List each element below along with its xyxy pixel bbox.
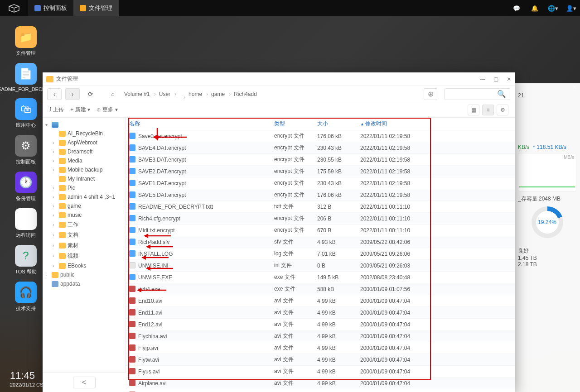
col-mtime[interactable]: 修改时间 (357, 118, 515, 130)
chevron-icon[interactable]: › (53, 167, 57, 172)
view-grid-button[interactable]: ▦ (468, 105, 479, 115)
table-row[interactable]: Flychina.aviavi 文件4.99 kB2000/01/09 00:4… (126, 330, 515, 342)
table-row[interactable]: README_FOR_DECRYPT.txtttxtt 文件312 B2022/… (126, 201, 515, 213)
chevron-icon[interactable]: › (53, 263, 57, 268)
tree-node[interactable]: ›文档 (43, 230, 125, 240)
table-row[interactable]: Rich4.cfg.encryptencrypt 文件206 B2022/01/… (126, 213, 515, 225)
tree-node[interactable]: ›admin 4 shift 4 ,3~1 (43, 192, 125, 201)
maximize-icon[interactable]: ▢ (493, 76, 498, 82)
close-icon[interactable]: ✕ (507, 76, 511, 82)
crumb[interactable]: User (155, 89, 175, 99)
globe-icon[interactable]: 🌐▾ (544, 0, 562, 16)
tree-node[interactable]: appdata (43, 279, 125, 288)
table-row[interactable]: rich4.exeexe 文件588 kB2000/01/09 01:07:56 (126, 283, 515, 295)
tab-control-panel[interactable]: 控制面板 (28, 0, 73, 16)
chevron-icon[interactable]: › (53, 186, 57, 191)
crumb[interactable] (175, 92, 184, 96)
more-button[interactable]: ⊙ 更多 ▾ (97, 106, 118, 114)
tree-node[interactable]: ›Dreamsoft (43, 147, 125, 156)
chevron-icon[interactable]: › (53, 149, 57, 154)
chevron-icon[interactable]: › (53, 158, 57, 163)
chevron-icon[interactable]: › (53, 140, 57, 145)
col-size[interactable]: 大小 (314, 118, 357, 130)
table-row[interactable]: End10.aviavi 文件4.99 kB2000/01/09 00:47:0… (126, 295, 515, 307)
search-input[interactable]: 🔍 (445, 88, 510, 100)
chevron-icon[interactable]: ▾ (45, 122, 50, 127)
tab-file-manager[interactable]: 文件管理 (73, 0, 119, 16)
dock-item[interactable]: 🕐备份管理 (10, 172, 42, 202)
chevron-icon[interactable]: › (53, 233, 57, 238)
dock-item[interactable]: ⚙控制面板 (10, 135, 42, 165)
tree-node[interactable]: My Intranet (43, 174, 125, 183)
table-row[interactable]: End.aviavi 文件4.99 kB2000/01/09 00:47:04 (126, 389, 515, 392)
back-button[interactable]: ‹ (47, 88, 62, 100)
chevron-icon[interactable]: › (53, 204, 57, 209)
table-row[interactable]: UNWISE.INIini 文件0 B2009/05/21 09:26:03 (126, 260, 515, 272)
folder-icon (59, 253, 66, 259)
table-row[interactable]: End12.aviavi 文件4.99 kB2000/01/09 00:47:0… (126, 319, 515, 330)
chat-icon[interactable]: 💬 (508, 0, 526, 16)
tree-node[interactable]: ›public (43, 270, 125, 279)
forward-button[interactable]: › (65, 88, 80, 100)
tree-node[interactable]: ›视频 (43, 251, 125, 261)
crumb[interactable]: Rich4add (229, 89, 261, 99)
table-row[interactable]: SAVE5.DAT.encryptencrypt 文件176.06 kB2022… (126, 189, 515, 201)
chevron-icon[interactable]: › (53, 253, 57, 258)
tree-node[interactable]: ›工作 (43, 220, 125, 230)
dock-item[interactable]: ?TOS 帮助 (10, 245, 42, 275)
tree-node[interactable]: ›素材 (43, 240, 125, 251)
table-row[interactable]: Flyus.aviavi 文件4.99 kB2000/01/09 00:47:0… (126, 366, 515, 378)
bell-icon[interactable]: 🔔 (526, 0, 544, 16)
table-row[interactable]: UNWISE.EXEexe 文件149.5 kB2002/08/08 23:40… (126, 272, 515, 283)
settings-button[interactable]: ⚙ (497, 105, 508, 115)
chevron-icon[interactable]: › (53, 243, 57, 248)
tree-node[interactable]: ›EBooks (43, 261, 125, 270)
user-icon[interactable]: 👤▾ (562, 0, 580, 16)
col-type[interactable]: 类型 (271, 118, 314, 130)
crumb[interactable]: home (184, 89, 207, 99)
col-name[interactable]: 名称 (126, 118, 271, 130)
dock-item[interactable]: 🛍应用中心 (10, 98, 42, 129)
dock-item[interactable]: 📄README_FOR_DECRYPT.t (10, 63, 42, 92)
tree-node[interactable]: AI_RecycleBin (43, 129, 125, 138)
tree-node[interactable]: ›Pic (43, 183, 125, 192)
crumb[interactable]: Volume #1 (120, 89, 155, 99)
os-logo-icon[interactable] (0, 0, 28, 16)
table-row[interactable]: Airplane.aviavi 文件4.99 kB2000/01/09 00:4… (126, 378, 515, 389)
dock-item[interactable]: ☁远程访问 (10, 208, 42, 239)
table-row[interactable]: INSTALL.LOGlog 文件7.01 kB2009/05/21 09:26… (126, 248, 515, 260)
chevron-icon[interactable]: › (53, 213, 57, 218)
tree-node[interactable]: ›music (43, 210, 125, 220)
favorite-button[interactable]: ⊕ (424, 88, 437, 100)
table-row[interactable]: Flytw.aviavi 文件4.99 kB2000/01/09 00:47:0… (126, 354, 515, 366)
table-row[interactable]: SAVE4.DAT.encryptencrypt 文件230.43 kB2022… (126, 142, 515, 154)
table-row[interactable]: Flyjp.aviavi 文件4.99 kB2000/01/09 00:47:0… (126, 342, 515, 354)
table-row[interactable]: Rich4add.sfvsfv 文件4.93 kB2009/05/22 08:4… (126, 236, 515, 248)
tree-node[interactable]: ›Media (43, 156, 125, 165)
table-row[interactable]: Midi.txt.encryptencrypt 文件670 B2022/01/1… (126, 225, 515, 236)
upload-button[interactable]: ⤴ 上传 (49, 106, 64, 114)
chevron-icon[interactable]: › (53, 222, 57, 227)
crumb[interactable]: game (207, 89, 229, 99)
chevron-icon[interactable]: › (45, 272, 50, 277)
tree-node[interactable]: ›AspWebroot (43, 138, 125, 147)
window-titlebar[interactable]: 文件管理 — ▢ ✕ (43, 72, 515, 86)
view-list-button[interactable]: ≡ (482, 105, 494, 115)
tree-node[interactable]: ›game (43, 201, 125, 210)
table-row[interactable]: End11.aviavi 文件4.99 kB2000/01/09 00:47:0… (126, 307, 515, 319)
table-row[interactable]: SAVE3.DAT.encryptencrypt 文件230.55 kB2022… (126, 154, 515, 166)
share-button[interactable]: < (73, 377, 96, 388)
dock-item[interactable]: 🎧技术支持 (10, 282, 42, 312)
tree-node[interactable]: ›Mobile backup (43, 165, 125, 174)
new-button[interactable]: + 新建 ▾ (70, 106, 90, 114)
file-mtime: 2002/08/08 23:40:48 (357, 272, 515, 283)
home-icon[interactable]: ⌂ (106, 91, 120, 97)
table-row[interactable]: Save0.dat.encryptencrypt 文件176.06 kB2022… (126, 130, 515, 142)
table-row[interactable]: SAVE2.DAT.encryptencrypt 文件175.59 kB2022… (126, 166, 515, 177)
reload-button[interactable]: ⟳ (83, 88, 98, 100)
table-row[interactable]: SAVE1.DAT.encryptencrypt 文件230.43 kB2022… (126, 177, 515, 189)
dock-item[interactable]: 📁文件管理 (10, 26, 42, 57)
minimize-icon[interactable]: — (480, 76, 485, 82)
tree-node[interactable]: ▾ (43, 120, 125, 129)
chevron-icon[interactable]: › (53, 195, 57, 200)
